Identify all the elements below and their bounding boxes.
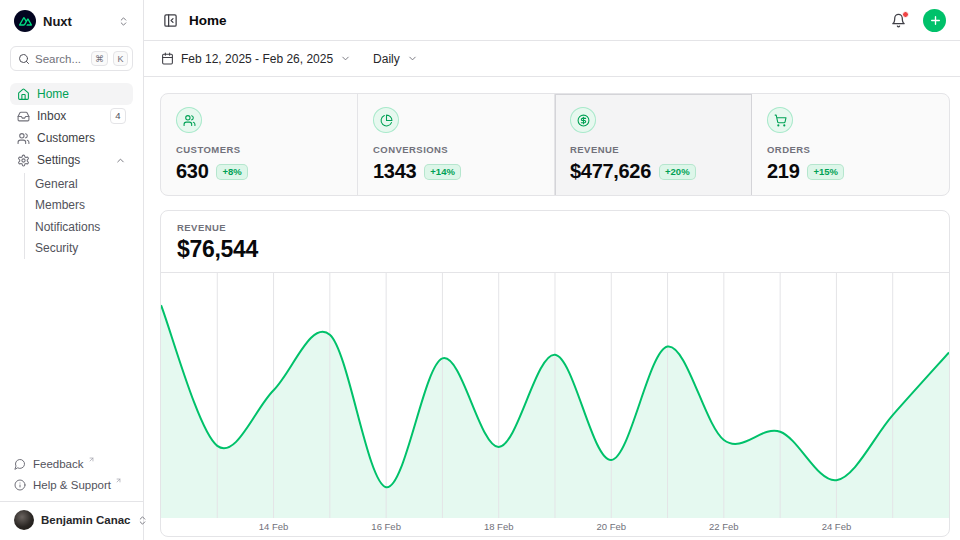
stat-value: 630 bbox=[176, 160, 208, 183]
sidebar-item-home[interactable]: Home bbox=[10, 83, 133, 105]
sidebar-item-members[interactable]: Members bbox=[25, 195, 133, 217]
circle-dollar-icon bbox=[570, 107, 596, 133]
chart-label: REVENUE bbox=[177, 222, 933, 233]
sidebar-item-settings[interactable]: Settings bbox=[10, 149, 133, 171]
sidebar-item-security[interactable]: Security bbox=[25, 238, 133, 260]
page-title: Home bbox=[189, 13, 880, 28]
stat-label: CONVERSIONS bbox=[373, 144, 539, 155]
chart-header: REVENUE $76,544 bbox=[161, 211, 949, 273]
revenue-chart-card: REVENUE $76,544 14 Feb16 Feb18 Feb20 Feb… bbox=[160, 210, 950, 537]
x-axis-tick: 18 Feb bbox=[484, 521, 514, 532]
message-circle-icon bbox=[14, 458, 26, 470]
notification-dot bbox=[902, 11, 909, 18]
chevron-down-icon bbox=[407, 53, 418, 64]
kbd-cmd: ⌘ bbox=[91, 51, 108, 66]
chart-total-value: $76,544 bbox=[177, 236, 933, 263]
users-icon bbox=[17, 132, 30, 145]
granularity-value: Daily bbox=[373, 52, 400, 66]
stat-card-orders[interactable]: ORDERS 219 +15% bbox=[752, 94, 949, 196]
stats-row: CUSTOMERS 630 +8% CONVERSIONS 1343 +14% bbox=[160, 93, 950, 196]
avatar bbox=[14, 510, 34, 530]
calendar-icon bbox=[161, 52, 174, 65]
sidebar-item-general[interactable]: General bbox=[25, 173, 133, 195]
stat-delta-badge: +20% bbox=[659, 164, 696, 180]
notifications-button[interactable] bbox=[889, 11, 908, 30]
external-link-icon bbox=[88, 456, 95, 463]
sidebar: Nuxt Search... ⌘ K Home Inbox 4 bbox=[0, 0, 144, 540]
stat-delta-badge: +8% bbox=[216, 164, 247, 180]
plus-icon bbox=[929, 14, 942, 27]
search-placeholder: Search... bbox=[35, 53, 86, 65]
help-support-link[interactable]: Help & Support bbox=[10, 474, 133, 495]
stat-card-conversions[interactable]: CONVERSIONS 1343 +14% bbox=[358, 94, 555, 196]
stat-delta-badge: +14% bbox=[424, 164, 461, 180]
content-area: CUSTOMERS 630 +8% CONVERSIONS 1343 +14% bbox=[144, 77, 960, 540]
settings-subnav: General Members Notifications Security bbox=[24, 173, 133, 259]
sidebar-footer-links: Feedback Help & Support bbox=[10, 453, 133, 495]
granularity-select[interactable]: Daily bbox=[373, 52, 418, 66]
info-circle-icon bbox=[14, 479, 26, 491]
inbox-icon bbox=[17, 110, 30, 123]
chevron-down-icon bbox=[340, 53, 351, 64]
chart-pie-icon bbox=[373, 107, 399, 133]
main-area: Home Feb 12, 2025 - Feb 26, 2025 Daily bbox=[144, 0, 960, 540]
filter-toolbar: Feb 12, 2025 - Feb 26, 2025 Daily bbox=[144, 41, 960, 77]
page-header: Home bbox=[144, 0, 960, 41]
collapse-sidebar-button[interactable] bbox=[161, 11, 180, 30]
kbd-k: K bbox=[113, 51, 128, 66]
shopping-cart-icon bbox=[767, 107, 793, 133]
panel-left-close-icon bbox=[163, 13, 178, 28]
gear-icon bbox=[17, 154, 30, 167]
sidebar-item-customers[interactable]: Customers bbox=[10, 127, 133, 149]
search-icon bbox=[18, 53, 30, 65]
sidebar-item-inbox[interactable]: Inbox 4 bbox=[10, 105, 133, 127]
stat-label: ORDERS bbox=[767, 144, 934, 155]
sidebar-item-notifications[interactable]: Notifications bbox=[25, 216, 133, 238]
add-button[interactable] bbox=[923, 9, 946, 32]
x-axis-tick: 22 Feb bbox=[709, 521, 739, 532]
stat-delta-badge: +15% bbox=[807, 164, 844, 180]
home-icon bbox=[17, 88, 30, 101]
inbox-count-badge: 4 bbox=[110, 108, 126, 123]
x-axis-tick: 24 Feb bbox=[822, 521, 852, 532]
user-menu[interactable]: Benjamin Canac bbox=[0, 501, 143, 534]
stat-value: 1343 bbox=[373, 160, 416, 183]
users-icon bbox=[176, 107, 202, 133]
stat-card-customers[interactable]: CUSTOMERS 630 +8% bbox=[161, 94, 358, 196]
external-link-icon bbox=[115, 477, 122, 484]
search-input[interactable]: Search... ⌘ K bbox=[10, 46, 133, 71]
revenue-area-chart[interactable] bbox=[161, 273, 949, 518]
x-axis-tick: 16 Feb bbox=[371, 521, 401, 532]
sidebar-spacer bbox=[10, 259, 133, 453]
nuxt-logo-icon bbox=[14, 10, 36, 32]
chevrons-up-down-icon bbox=[118, 16, 129, 27]
team-name: Nuxt bbox=[43, 14, 111, 29]
stat-label: REVENUE bbox=[570, 144, 736, 155]
chart-x-axis: 14 Feb16 Feb18 Feb20 Feb22 Feb24 Feb bbox=[161, 518, 949, 536]
x-axis-tick: 14 Feb bbox=[259, 521, 289, 532]
date-range-value: Feb 12, 2025 - Feb 26, 2025 bbox=[181, 52, 333, 66]
sidebar-nav: Home Inbox 4 Customers Settings Genera bbox=[10, 83, 133, 259]
team-switcher[interactable]: Nuxt bbox=[10, 8, 133, 34]
x-axis-tick: 20 Feb bbox=[596, 521, 626, 532]
stat-label: CUSTOMERS bbox=[176, 144, 342, 155]
date-range-picker[interactable]: Feb 12, 2025 - Feb 26, 2025 bbox=[161, 52, 351, 66]
stat-card-revenue[interactable]: REVENUE $477,626 +20% bbox=[555, 94, 752, 196]
stat-value: 219 bbox=[767, 160, 799, 183]
chevron-up-icon bbox=[115, 155, 126, 166]
feedback-link[interactable]: Feedback bbox=[10, 453, 133, 474]
stat-value: $477,626 bbox=[570, 160, 651, 183]
user-name: Benjamin Canac bbox=[41, 514, 130, 526]
